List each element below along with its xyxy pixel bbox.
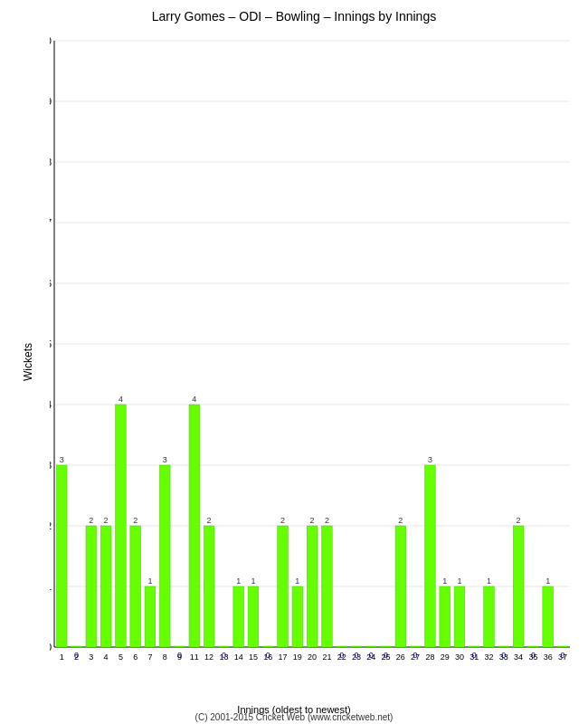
- svg-rect-85: [365, 646, 376, 647]
- copyright-text: (C) 2001-2015 Cricket Web (www.cricketwe…: [195, 712, 394, 722]
- svg-rect-46: [175, 646, 185, 647]
- bars-svg: 0123456789103102232445261738094112120131…: [50, 36, 574, 670]
- svg-text:20: 20: [308, 653, 317, 662]
- svg-text:11: 11: [190, 653, 199, 662]
- svg-text:1: 1: [236, 576, 241, 586]
- svg-text:33: 33: [499, 653, 508, 662]
- svg-text:6: 6: [50, 278, 52, 289]
- svg-rect-37: [130, 526, 141, 647]
- chart-container: Larry Gomes – ODI – Bowling – Innings by…: [0, 0, 588, 724]
- svg-text:6: 6: [133, 653, 138, 662]
- svg-text:15: 15: [249, 653, 258, 662]
- svg-rect-55: [219, 646, 230, 647]
- svg-text:14: 14: [234, 653, 243, 662]
- svg-rect-97: [425, 465, 436, 647]
- svg-rect-73: [307, 526, 318, 647]
- svg-rect-34: [116, 405, 127, 647]
- svg-rect-64: [262, 646, 273, 647]
- svg-rect-82: [351, 646, 362, 647]
- svg-text:5: 5: [119, 653, 123, 662]
- svg-text:34: 34: [514, 653, 523, 662]
- svg-rect-109: [484, 586, 495, 647]
- svg-text:1: 1: [295, 576, 299, 586]
- chart-area: 0123456789103102232445261738094112120131…: [50, 36, 574, 670]
- svg-text:28: 28: [425, 653, 434, 662]
- svg-rect-115: [513, 526, 524, 647]
- svg-text:3: 3: [163, 455, 167, 464]
- svg-rect-58: [233, 586, 244, 647]
- svg-rect-91: [395, 526, 406, 647]
- svg-text:0: 0: [50, 642, 52, 653]
- svg-text:3: 3: [89, 653, 93, 662]
- svg-text:3: 3: [60, 455, 64, 464]
- svg-text:8: 8: [50, 157, 52, 167]
- svg-text:10: 10: [50, 36, 52, 46]
- svg-rect-112: [498, 646, 509, 647]
- svg-text:12: 12: [204, 653, 213, 662]
- svg-text:17: 17: [279, 653, 288, 662]
- svg-text:4: 4: [50, 399, 52, 410]
- svg-text:1: 1: [442, 576, 447, 586]
- svg-text:2: 2: [89, 516, 93, 525]
- svg-text:2: 2: [517, 516, 521, 525]
- svg-text:2: 2: [74, 653, 79, 662]
- svg-text:2: 2: [325, 516, 329, 525]
- svg-text:3: 3: [428, 455, 432, 464]
- svg-rect-124: [557, 646, 568, 647]
- svg-rect-88: [381, 646, 392, 647]
- svg-rect-118: [528, 646, 539, 647]
- svg-rect-70: [292, 586, 303, 647]
- svg-text:2: 2: [207, 516, 212, 525]
- svg-rect-106: [469, 646, 479, 647]
- svg-text:37: 37: [558, 653, 567, 662]
- y-axis-label: Wickets: [22, 343, 34, 381]
- svg-text:9: 9: [177, 653, 182, 662]
- svg-rect-22: [56, 465, 67, 647]
- svg-rect-28: [86, 526, 97, 647]
- svg-text:1: 1: [60, 653, 64, 662]
- svg-rect-43: [159, 465, 170, 647]
- svg-text:1: 1: [147, 576, 152, 586]
- svg-text:23: 23: [352, 653, 361, 662]
- svg-text:29: 29: [441, 653, 450, 662]
- svg-rect-40: [145, 586, 156, 647]
- svg-text:4: 4: [104, 653, 109, 662]
- svg-text:31: 31: [469, 653, 479, 662]
- svg-text:9: 9: [50, 96, 52, 107]
- svg-text:24: 24: [366, 653, 375, 662]
- svg-text:4: 4: [119, 395, 123, 404]
- svg-rect-100: [440, 586, 450, 647]
- svg-rect-49: [189, 405, 200, 647]
- svg-text:2: 2: [104, 516, 109, 525]
- svg-text:2: 2: [310, 516, 315, 525]
- svg-rect-76: [322, 526, 333, 647]
- svg-text:8: 8: [163, 653, 167, 662]
- svg-text:1: 1: [251, 576, 255, 586]
- svg-rect-31: [100, 526, 111, 647]
- svg-text:13: 13: [219, 653, 228, 662]
- svg-text:32: 32: [485, 653, 494, 662]
- svg-text:2: 2: [280, 516, 285, 525]
- svg-rect-121: [543, 586, 554, 647]
- svg-text:7: 7: [147, 653, 152, 662]
- svg-text:2: 2: [50, 520, 52, 531]
- svg-rect-79: [337, 646, 347, 647]
- svg-rect-61: [248, 586, 259, 647]
- svg-rect-52: [204, 526, 214, 647]
- svg-text:3: 3: [50, 460, 52, 471]
- svg-text:1: 1: [50, 581, 52, 592]
- svg-rect-103: [454, 586, 465, 647]
- svg-text:4: 4: [192, 395, 196, 404]
- svg-text:25: 25: [382, 653, 391, 662]
- svg-text:21: 21: [322, 653, 331, 662]
- svg-text:35: 35: [528, 653, 537, 662]
- svg-text:30: 30: [455, 653, 464, 662]
- chart-title: Larry Gomes – ODI – Bowling – Innings by…: [0, 0, 588, 28]
- svg-text:19: 19: [293, 653, 302, 662]
- svg-text:22: 22: [337, 653, 346, 662]
- svg-rect-25: [71, 646, 82, 647]
- svg-rect-67: [278, 526, 289, 647]
- svg-text:1: 1: [487, 576, 491, 586]
- svg-text:16: 16: [263, 653, 272, 662]
- svg-text:1: 1: [545, 576, 550, 586]
